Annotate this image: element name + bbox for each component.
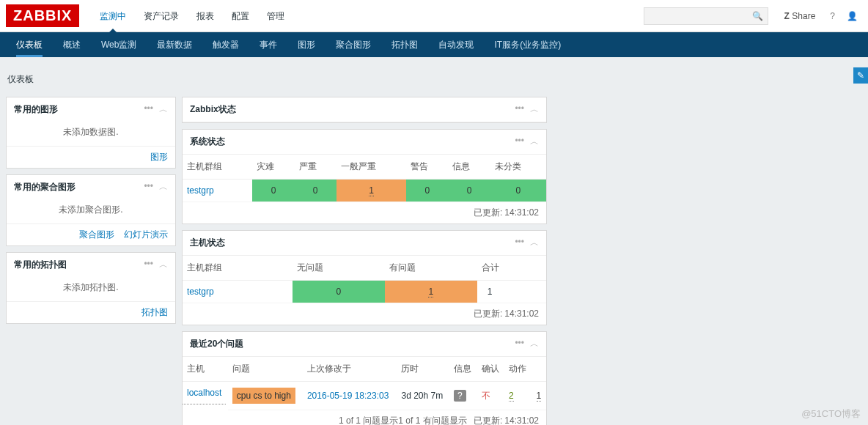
top-nav: ZABBIX 监测中 资产记录 报表 配置 管理 🔍 Z Share ? 👤 bbox=[0, 0, 868, 32]
menu-icon[interactable]: ••• bbox=[515, 237, 524, 249]
widget-system-status: 系统状态 •••︿ 主机群组 灾难 严重 一般严重 警告 信息 未分类 test… bbox=[182, 129, 547, 224]
widget-title: 常用的拓扑图 bbox=[14, 259, 144, 271]
subnav-overview[interactable]: 概述 bbox=[63, 32, 81, 57]
subnav-triggers[interactable]: 触发器 bbox=[213, 32, 239, 57]
subnav-discovery[interactable]: 自动发现 bbox=[438, 32, 474, 57]
subnav-dashboard[interactable]: 仪表板 bbox=[16, 32, 43, 57]
collapse-icon[interactable]: ︿ bbox=[530, 136, 539, 148]
widget-zabbix-status: Zabbix状态 •••︿ bbox=[182, 97, 547, 123]
widget-title: 系统状态 bbox=[190, 136, 515, 148]
table-row: testgrp 0 1 1 bbox=[183, 281, 546, 303]
logo[interactable]: ZABBIX bbox=[6, 4, 79, 27]
empty-text: 未添加数据图. bbox=[7, 122, 175, 146]
widget-title: 常用的图形 bbox=[14, 103, 144, 116]
link-screens[interactable]: 聚合图形 bbox=[79, 229, 114, 240]
collapse-icon[interactable]: ︿ bbox=[159, 103, 168, 116]
host-link[interactable]: localhost bbox=[183, 382, 226, 404]
updated-text: 已更新: 14:31:02 bbox=[183, 202, 546, 223]
widget-host-status: 主机状态 •••︿ 主机群组 无问题 有问题 合计 testgrp 0 1 1 … bbox=[182, 230, 547, 325]
hostgroup-link[interactable]: testgrp bbox=[183, 180, 252, 202]
link-maps[interactable]: 拓扑图 bbox=[141, 307, 168, 317]
collapse-icon[interactable]: ︿ bbox=[159, 259, 168, 271]
widget-fav-graphs: 常用的图形 •••︿ 未添加数据图. 图形 bbox=[6, 97, 176, 169]
widget-fav-maps: 常用的拓扑图 •••︿ 未添加拓扑图. 拓扑图 bbox=[6, 252, 176, 324]
actions-count[interactable]: 2 bbox=[509, 391, 514, 402]
collapse-icon[interactable]: ︿ bbox=[530, 237, 539, 249]
empty-text: 未添加聚合图形. bbox=[7, 199, 175, 223]
recent-problems-table: 主机 问题 上次修改于 历时 信息 确认 动作 localhost cpu cs… bbox=[183, 357, 546, 410]
event-count[interactable]: 1 bbox=[537, 391, 542, 402]
collapse-icon[interactable]: ︿ bbox=[530, 103, 539, 116]
updated-text: 已更新: 14:31:02 bbox=[183, 303, 546, 325]
problem-badge: cpu cs to high bbox=[232, 388, 295, 404]
nav-configuration[interactable]: 配置 bbox=[232, 0, 249, 32]
link-slideshow[interactable]: 幻灯片演示 bbox=[124, 229, 168, 240]
subnav-events[interactable]: 事件 bbox=[260, 32, 277, 57]
subnav-maps[interactable]: 拓扑图 bbox=[391, 32, 418, 57]
menu-icon[interactable]: ••• bbox=[144, 103, 153, 116]
table-row: localhost cpu cs to high 2016-05-19 18:2… bbox=[183, 382, 546, 410]
host-status-table: 主机群组 无问题 有问题 合计 testgrp 0 1 1 bbox=[183, 256, 546, 303]
widget-fav-screens: 常用的聚合图形 •••︿ 未添加聚合图形. 聚合图形 幻灯片演示 bbox=[6, 174, 176, 246]
menu-icon[interactable]: ••• bbox=[515, 338, 524, 350]
subnav-latest[interactable]: 最新数据 bbox=[157, 32, 192, 57]
page-title: 仪表板 ✎ bbox=[0, 57, 868, 97]
nav-reports[interactable]: 报表 bbox=[196, 0, 214, 32]
nav-monitoring[interactable]: 监测中 bbox=[100, 0, 126, 32]
changed-link[interactable]: 2016-05-19 18:23:03 bbox=[303, 382, 397, 410]
footer-text: 1 of 1 问题显示1 of 1 有问题显示 已更新: 14:31:02 bbox=[183, 410, 546, 425]
system-status-table: 主机群组 灾难 严重 一般严重 警告 信息 未分类 testgrp 0 0 1 … bbox=[183, 155, 546, 202]
subnav-graphs[interactable]: 图形 bbox=[298, 32, 315, 57]
collapse-icon[interactable]: ︿ bbox=[530, 338, 539, 350]
search-icon: 🔍 bbox=[752, 11, 763, 21]
link-graphs[interactable]: 图形 bbox=[150, 152, 168, 162]
widget-recent-problems: 最近20个问题 •••︿ 主机 问题 上次修改于 历时 信息 确认 动作 loc… bbox=[182, 331, 547, 425]
user-icon[interactable]: 👤 bbox=[847, 11, 858, 21]
share-button[interactable]: Z Share bbox=[784, 11, 816, 21]
ack-link[interactable]: 不 bbox=[482, 391, 490, 401]
sub-nav: 仪表板 概述 Web监测 最新数据 触发器 事件 图形 聚合图形 拓扑图 自动发… bbox=[0, 32, 868, 57]
search-input[interactable]: 🔍 bbox=[644, 7, 768, 25]
widget-title: 常用的聚合图形 bbox=[14, 181, 144, 193]
widget-title: Zabbix状态 bbox=[190, 103, 515, 116]
collapse-icon[interactable]: ︿ bbox=[159, 181, 168, 193]
subnav-web[interactable]: Web监测 bbox=[101, 32, 136, 57]
menu-icon[interactable]: ••• bbox=[144, 181, 153, 193]
edit-dashboard-button[interactable]: ✎ bbox=[853, 67, 868, 84]
help-button[interactable]: ? bbox=[830, 11, 835, 21]
subnav-itservices[interactable]: IT服务(业务监控) bbox=[494, 32, 561, 57]
menu-icon[interactable]: ••• bbox=[515, 136, 524, 148]
menu-icon[interactable]: ••• bbox=[144, 259, 153, 271]
hostgroup-link[interactable]: testgrp bbox=[183, 281, 293, 303]
dashboard: 常用的图形 •••︿ 未添加数据图. 图形 常用的聚合图形 •••︿ 未添加聚合… bbox=[0, 97, 868, 425]
info-icon: ? bbox=[454, 390, 466, 402]
widget-title: 最近20个问题 bbox=[190, 338, 515, 350]
empty-text: 未添加拓扑图. bbox=[7, 277, 175, 301]
subnav-screens[interactable]: 聚合图形 bbox=[336, 32, 371, 57]
table-row: testgrp 0 0 1 0 0 0 bbox=[183, 180, 546, 202]
widget-title: 主机状态 bbox=[190, 237, 515, 249]
watermark: @51CTO博客 bbox=[801, 407, 861, 421]
nav-administration[interactable]: 管理 bbox=[267, 0, 284, 32]
menu-icon[interactable]: ••• bbox=[515, 103, 524, 116]
nav-inventory[interactable]: 资产记录 bbox=[144, 0, 179, 32]
